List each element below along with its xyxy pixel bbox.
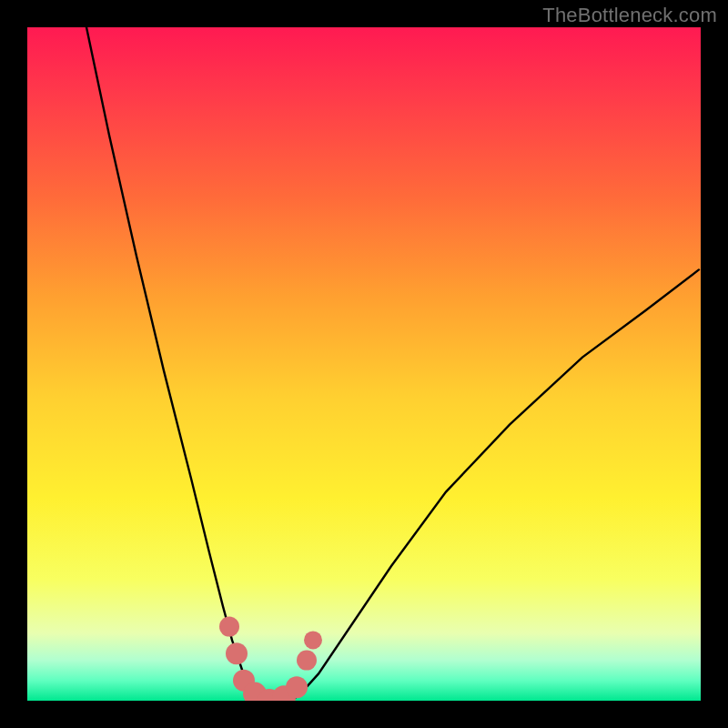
blob-point [226,642,248,664]
right-curve [291,269,699,701]
blob-point [304,631,322,649]
watermark-text: TheBottleneck.com [542,4,717,27]
bottom-pink-blobs [219,617,322,701]
left-curve [86,27,255,701]
blob-point [297,651,317,671]
curves-layer [27,27,701,701]
chart-frame: TheBottleneck.com [0,0,728,728]
plot-area [27,27,701,701]
blob-point [219,617,239,637]
blob-point [286,676,308,698]
